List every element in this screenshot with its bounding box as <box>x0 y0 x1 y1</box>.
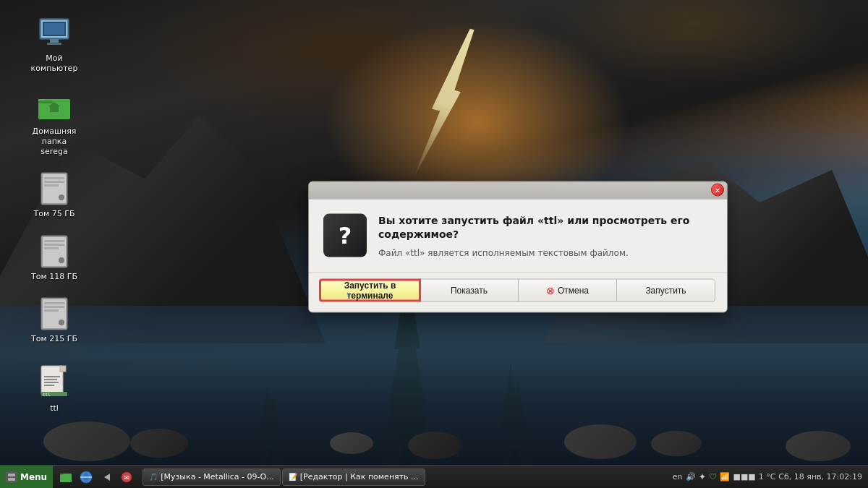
taskbar: Menu <box>0 465 868 488</box>
svg-rect-37 <box>60 474 72 482</box>
tray-volume-icon[interactable]: 🔊 <box>686 472 696 481</box>
dialog-icon-area: ? <box>323 213 367 260</box>
launcher-filemanager[interactable] <box>56 468 75 487</box>
menu-icon <box>6 471 17 483</box>
file-run-dialog: ✕ ? Вы хотите запустить файл «ttl» или п… <box>308 181 728 312</box>
window-music[interactable]: 🎵 [Музыка - Metallica - 09-О... <box>142 468 281 486</box>
tray-shield-icon[interactable]: 🛡 <box>709 472 717 481</box>
svg-rect-35 <box>8 474 15 476</box>
dialog-subtitle: Файл «ttl» является исполняемым текстовы… <box>378 247 712 257</box>
taskbar-launchers: ✉ <box>53 466 140 488</box>
tray-bluetooth-icon[interactable]: ✦ <box>699 471 707 482</box>
cancel-icon: ⊗ <box>546 284 555 296</box>
tray-lang[interactable]: en <box>673 472 683 481</box>
dialog-titlebar: ✕ <box>309 181 727 199</box>
folder-launcher-icon <box>59 471 72 484</box>
dialog-buttons: Запустить в терминале Показать ⊗ Отмена … <box>309 272 727 312</box>
tray-wifi-icon[interactable]: 📶 <box>720 472 730 481</box>
desktop: Мой компьютер Домашняя папка serega <box>0 0 868 488</box>
launcher-messaging[interactable]: ✉ <box>117 468 136 487</box>
launcher-browser[interactable] <box>77 468 95 487</box>
browser-launcher-icon <box>80 471 93 484</box>
question-icon: ? <box>323 213 367 257</box>
messaging-launcher-icon: ✉ <box>120 471 133 484</box>
cancel-button[interactable]: ⊗ Отмена <box>518 278 616 301</box>
tray-temperature: 1 °C <box>759 472 776 481</box>
show-button[interactable]: Показать <box>420 278 518 301</box>
run-terminal-button[interactable]: Запустить в терминале <box>319 278 421 301</box>
svg-text:✉: ✉ <box>124 474 129 481</box>
dialog-close-button[interactable]: ✕ <box>711 184 724 197</box>
run-button[interactable]: Запустить <box>616 278 715 301</box>
dialog-overlay: ✕ ? Вы хотите запустить файл «ttl» или п… <box>0 0 868 488</box>
window-music-label: [Музыка - Metallica - 09-О... <box>161 472 274 481</box>
tray-battery-icon[interactable]: ■■■ <box>733 472 755 481</box>
back-launcher-icon <box>100 471 113 484</box>
window-editor-icon: 📝 <box>289 473 297 481</box>
window-editor-label: [Редактор | Как поменять ... <box>300 472 419 481</box>
svg-rect-36 <box>8 478 15 481</box>
dialog-content: Вы хотите запустить файл «ttl» или просм… <box>378 213 712 260</box>
launcher-back[interactable] <box>97 468 116 487</box>
dialog-title: Вы хотите запустить файл «ttl» или просм… <box>378 213 712 241</box>
cancel-label: Отмена <box>558 285 589 295</box>
window-editor[interactable]: 📝 [Редактор | Как поменять ... <box>282 468 425 486</box>
taskbar-windows: 🎵 [Музыка - Metallica - 09-О... 📝 [Редак… <box>140 466 667 488</box>
taskbar-menu-button[interactable]: Menu <box>0 466 53 488</box>
window-music-icon: 🎵 <box>149 473 158 481</box>
tray-datetime[interactable]: Сб, 18 янв, 17:02:19 <box>778 472 862 481</box>
svg-marker-40 <box>104 474 110 481</box>
menu-label: Menu <box>20 472 47 482</box>
taskbar-systray: en 🔊 ✦ 🛡 📶 ■■■ 1 °C Сб, 18 янв, 17:02:19 <box>667 466 868 488</box>
dialog-body: ? Вы хотите запустить файл «ttl» или про… <box>309 199 727 272</box>
